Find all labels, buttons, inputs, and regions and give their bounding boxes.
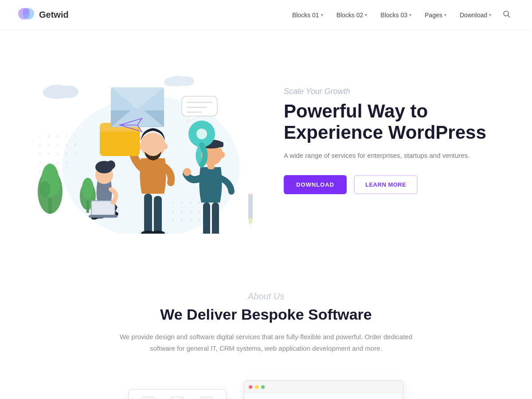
search-icon (503, 10, 511, 18)
svg-point-33 (199, 202, 200, 203)
svg-point-45 (199, 219, 200, 221)
svg-point-39 (199, 211, 200, 212)
svg-point-11 (39, 144, 41, 146)
svg-point-31 (181, 202, 183, 203)
about-description: We provide design and software digital s… (106, 331, 426, 354)
svg-rect-92 (212, 203, 219, 234)
svg-point-43 (181, 219, 183, 221)
svg-point-37 (181, 211, 183, 212)
nav-blocks02[interactable]: Blocks 02 ▾ (331, 8, 373, 22)
svg-point-60 (82, 178, 94, 199)
svg-point-25 (39, 171, 41, 172)
svg-point-16 (39, 153, 41, 155)
svg-point-22 (48, 162, 50, 164)
about-subtitle: About Us (53, 291, 479, 301)
block-picker-mockup: ICON BOX BANNER TABS SECTION IMAGE SLIDE… (129, 389, 226, 399)
svg-point-52 (164, 78, 176, 86)
svg-point-19 (66, 153, 67, 155)
browser-dot-green (261, 385, 265, 389)
svg-point-12 (48, 144, 50, 146)
chevron-down-icon: ▾ (489, 12, 491, 17)
svg-rect-72 (154, 196, 162, 234)
hero-description: A wide range of services for enterprises… (284, 150, 514, 161)
brand-name: Getwid (39, 10, 69, 20)
search-button[interactable] (499, 7, 514, 23)
hero-content: Scale Your Growth Powerful Way to Experi… (266, 87, 514, 195)
svg-point-56 (40, 181, 51, 197)
svg-rect-91 (203, 203, 210, 234)
svg-point-57 (50, 180, 60, 194)
svg-point-66 (106, 160, 115, 169)
svg-point-44 (190, 219, 192, 221)
hero-section: Scale Your Growth Powerful Way to Experi… (0, 30, 532, 260)
learn-more-button[interactable]: LEARN MORE (354, 175, 418, 194)
nav-blocks03[interactable]: Blocks 03 ▾ (375, 8, 417, 22)
mockup-banner: BANNER (165, 397, 189, 399)
mockup-tabs: TABS (195, 397, 219, 399)
nav-pages[interactable]: Pages ▾ (419, 8, 452, 22)
svg-point-23 (57, 162, 59, 164)
about-title: We Deliver Bespoke Software (53, 306, 479, 323)
svg-point-101 (220, 152, 225, 158)
chevron-down-icon: ▾ (444, 12, 446, 17)
svg-point-18 (57, 153, 59, 155)
nav-links: Blocks 01 ▾ Blocks 02 ▾ Blocks 03 ▾ Page… (287, 7, 514, 23)
svg-point-10 (74, 135, 76, 137)
download-button[interactable]: DOWNLOAD (284, 175, 347, 194)
svg-point-17 (48, 153, 50, 155)
browser-bar (244, 381, 403, 393)
svg-point-20 (74, 153, 76, 155)
navbar: Getwid Blocks 01 ▾ Blocks 02 ▾ Blocks 03… (0, 0, 532, 30)
hero-title: Powerful Way to Experience WordPress (284, 101, 514, 144)
svg-point-76 (141, 133, 165, 157)
browser-dot-red (249, 385, 252, 389)
svg-point-49 (43, 87, 59, 98)
svg-point-13 (57, 144, 59, 146)
svg-point-32 (190, 202, 192, 203)
svg-point-38 (190, 211, 192, 212)
hero-subtitle: Scale Your Growth (284, 87, 514, 96)
svg-point-36 (172, 211, 174, 212)
svg-point-7 (48, 135, 50, 137)
svg-point-30 (172, 202, 174, 203)
svg-point-24 (66, 162, 67, 164)
svg-point-14 (66, 144, 67, 146)
about-visuals: ICON BOX BANNER TABS SECTION IMAGE SLIDE… (0, 372, 532, 399)
svg-point-78 (163, 143, 168, 149)
svg-rect-108 (249, 194, 252, 196)
svg-point-15 (74, 144, 76, 146)
hero-illustration (18, 47, 266, 234)
svg-point-90 (197, 232, 224, 234)
svg-point-6 (39, 135, 41, 137)
mockup-icon-box: ICON BOX (136, 397, 160, 399)
browser-mockup (244, 380, 403, 399)
svg-rect-106 (249, 218, 252, 223)
svg-marker-107 (248, 223, 253, 229)
chevron-down-icon: ▾ (409, 12, 411, 17)
svg-point-51 (178, 76, 194, 86)
svg-point-21 (39, 162, 41, 164)
nav-download[interactable]: Download ▾ (454, 8, 497, 22)
svg-rect-71 (144, 194, 152, 234)
svg-point-102 (183, 168, 191, 176)
svg-point-104 (196, 129, 207, 139)
nav-blocks01[interactable]: Blocks 01 ▾ (287, 8, 329, 22)
svg-rect-79 (182, 96, 217, 116)
svg-rect-126 (244, 393, 403, 399)
svg-rect-105 (248, 194, 253, 220)
chevron-down-icon: ▾ (365, 12, 367, 17)
about-section: About Us We Deliver Bespoke Software We … (0, 260, 532, 372)
browser-content (244, 393, 403, 399)
svg-point-48 (59, 86, 78, 98)
chevron-down-icon: ▾ (321, 12, 323, 17)
logo[interactable]: Getwid (18, 7, 69, 23)
browser-dot-yellow (255, 385, 258, 389)
svg-point-2 (23, 8, 29, 14)
logo-icon (18, 7, 35, 23)
svg-point-8 (57, 135, 59, 137)
svg-point-42 (172, 219, 174, 221)
svg-point-9 (66, 135, 67, 137)
hero-buttons: DOWNLOAD LEARN MORE (284, 175, 514, 194)
svg-rect-69 (89, 215, 117, 218)
svg-line-4 (508, 15, 510, 17)
